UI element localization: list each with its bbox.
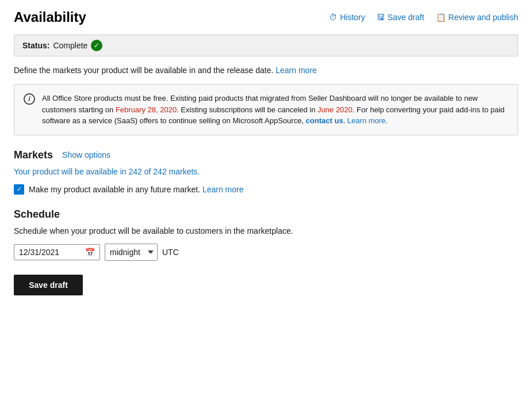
schedule-section: Schedule Schedule when your product will… xyxy=(14,208,518,261)
markets-desc-prefix: Your product will be available in xyxy=(14,167,129,176)
schedule-section-title: Schedule xyxy=(14,208,518,221)
info-text-part2: . Existing subscriptions will be cancele… xyxy=(177,105,317,114)
markets-count: 242 of 242 markets xyxy=(129,167,198,176)
review-publish-icon: 📋 xyxy=(436,13,446,22)
schedule-description: Schedule when your product will be avail… xyxy=(14,226,518,236)
save-draft-toolbar-button[interactable]: 🖫 Save draft xyxy=(377,13,424,22)
contact-us-link[interactable]: contact us xyxy=(306,116,343,125)
info-icon: i xyxy=(24,93,35,105)
date-input-value: 12/31/2021 xyxy=(19,248,82,257)
info-date1: February 28, 2020 xyxy=(116,105,177,114)
info-text: All Office Store products must be free. … xyxy=(42,93,508,127)
status-label: Status: xyxy=(22,41,49,50)
time-select[interactable]: midnight1:00 AM2:00 AM3:00 AM4:00 AM5:00… xyxy=(105,244,158,261)
schedule-inputs: 12/31/2021 📅 midnight1:00 AM2:00 AM3:00 … xyxy=(14,244,518,261)
future-market-checkbox-row: ✓ Make my product available in any futur… xyxy=(14,184,518,195)
info-box: i All Office Store products must be free… xyxy=(14,84,518,135)
markets-desc-suffix: . xyxy=(197,167,200,176)
history-icon: ⏱ xyxy=(329,13,337,22)
future-market-label-text: Make my product available in any future … xyxy=(29,185,200,194)
markets-description: Your product will be available in 242 of… xyxy=(14,167,518,176)
description-text: Define the markets your product will be … xyxy=(14,66,518,75)
markets-section-header: Markets Show options xyxy=(14,149,518,161)
review-publish-label: Review and publish xyxy=(449,13,518,22)
future-market-learn-more-link[interactable]: Learn more xyxy=(202,185,244,194)
page-title: Availability xyxy=(14,9,86,25)
date-input-wrapper[interactable]: 12/31/2021 📅 xyxy=(14,244,100,260)
status-value: Complete xyxy=(53,41,87,50)
future-market-checkbox[interactable]: ✓ xyxy=(14,184,24,195)
history-button[interactable]: ⏱ History xyxy=(329,13,365,22)
timezone-label: UTC xyxy=(162,248,179,257)
history-label: History xyxy=(340,13,365,22)
save-draft-icon: 🖫 xyxy=(377,13,385,22)
status-bar: Status: Complete ✓ xyxy=(14,35,518,56)
info-text-part4: . xyxy=(343,116,347,125)
markets-section-title: Markets xyxy=(14,149,53,161)
info-date2: June 2020 xyxy=(317,105,353,114)
page-container: Availability ⏱ History 🖫 Save draft 📋 Re… xyxy=(0,0,532,305)
save-draft-toolbar-label: Save draft xyxy=(388,13,424,22)
toolbar: ⏱ History 🖫 Save draft 📋 Review and publ… xyxy=(329,13,518,22)
top-bar: Availability ⏱ History 🖫 Save draft 📋 Re… xyxy=(14,9,518,25)
show-options-button[interactable]: Show options xyxy=(62,150,110,159)
future-market-label: Make my product available in any future … xyxy=(29,185,244,194)
info-text-part5: . xyxy=(385,116,388,125)
review-publish-button[interactable]: 📋 Review and publish xyxy=(436,13,518,22)
complete-icon: ✓ xyxy=(91,40,102,51)
description-learn-more-link[interactable]: Learn more xyxy=(275,66,317,75)
calendar-icon[interactable]: 📅 xyxy=(85,248,95,257)
save-draft-button[interactable]: Save draft xyxy=(14,275,83,295)
description-main: Define the markets your product will be … xyxy=(14,66,273,75)
info-learn-more-link[interactable]: Learn more xyxy=(347,116,385,125)
